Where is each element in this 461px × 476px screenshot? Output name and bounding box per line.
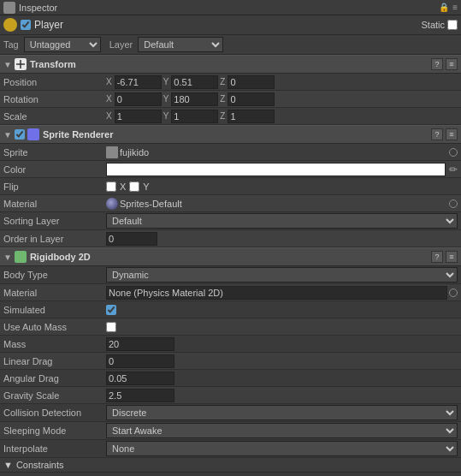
body-type-value-area: Dynamic xyxy=(106,267,458,283)
mass-label: Mass xyxy=(3,339,106,349)
rb-material-input[interactable] xyxy=(106,286,447,300)
flip-checkboxes: X Y xyxy=(106,181,150,192)
scale-x-input[interactable] xyxy=(115,110,162,123)
order-input[interactable] xyxy=(106,232,157,246)
sleeping-dropdown[interactable]: Start Awake xyxy=(106,423,458,438)
simulated-checkbox[interactable] xyxy=(106,305,116,315)
collision-label: Collision Detection xyxy=(3,408,106,418)
lock-icon[interactable]: 🔒 xyxy=(439,3,449,12)
mass-input[interactable] xyxy=(106,337,174,351)
flip-values: X Y xyxy=(106,181,458,192)
auto-mass-checkbox[interactable] xyxy=(106,322,116,332)
static-label: Static xyxy=(421,20,445,30)
scale-y-input[interactable] xyxy=(171,110,218,123)
body-type-dropdown[interactable]: Dynamic xyxy=(106,267,458,283)
rot-z-group: Z xyxy=(220,92,275,106)
angular-drag-input[interactable] xyxy=(106,372,174,385)
gravity-row: Gravity Scale xyxy=(0,387,461,404)
object-name: Player xyxy=(34,19,417,31)
transform-icon xyxy=(15,58,27,70)
static-checkbox[interactable] xyxy=(447,20,458,30)
object-active-checkbox[interactable] xyxy=(21,20,31,30)
rotation-row: Rotation X Y Z xyxy=(0,91,461,108)
material-icon xyxy=(106,198,118,210)
title-bar-left: Inspector xyxy=(3,2,57,14)
constraints-label: Constraints xyxy=(16,460,64,470)
simulated-value-area xyxy=(106,305,458,315)
material-row: Material Sprites-Default xyxy=(0,195,461,212)
position-row: Position X Y Z xyxy=(0,74,461,91)
tag-label: Tag xyxy=(3,39,19,50)
tag-dropdown[interactable]: Untagged xyxy=(24,37,101,52)
sorting-value-area: Default xyxy=(106,213,458,229)
sprite-value: fujikido xyxy=(120,147,149,158)
rigidbody-header: ▼ Rigidbody 2D ? ≡ xyxy=(0,247,461,266)
scale-y-label: Y xyxy=(163,111,169,121)
layer-label: Layer xyxy=(109,39,133,50)
transform-help-btn[interactable]: ? xyxy=(431,58,443,70)
rot-z-input[interactable] xyxy=(228,92,275,106)
pos-z-group: Z xyxy=(220,75,275,89)
color-label: Color xyxy=(3,164,106,175)
transform-arrow[interactable]: ▼ xyxy=(3,60,12,69)
rb-material-picker-btn[interactable] xyxy=(449,289,458,297)
rot-x-input[interactable] xyxy=(115,92,162,106)
sprite-renderer-actions: ? ≡ xyxy=(431,128,458,140)
scale-values: X Y Z xyxy=(106,110,458,123)
sorting-layer-row: Sorting Layer Default xyxy=(0,212,461,230)
sprite-menu-btn[interactable]: ≡ xyxy=(446,128,458,140)
flip-y-checkbox[interactable] xyxy=(129,181,139,192)
rigidbody-actions: ? ≡ xyxy=(431,251,458,263)
material-value: Sprites-Default xyxy=(120,199,182,209)
sorting-layer-dropdown[interactable]: Default xyxy=(106,213,458,229)
flip-x-label: X xyxy=(120,181,126,192)
linear-drag-row: Linear Drag xyxy=(0,353,461,370)
pos-y-input[interactable] xyxy=(171,75,218,89)
constraints-header[interactable]: ▼ Constraints xyxy=(0,458,461,473)
collision-dropdown[interactable]: Discrete xyxy=(106,405,458,420)
material-label: Material xyxy=(3,199,106,209)
sprite-active-checkbox[interactable] xyxy=(15,129,25,140)
color-picker[interactable] xyxy=(106,163,446,176)
sprite-ref: fujikido xyxy=(106,146,447,158)
object-row: Player Static xyxy=(0,15,461,35)
scale-y-group: Y xyxy=(163,110,219,123)
pos-z-input[interactable] xyxy=(228,75,275,89)
title-bar-label: Inspector xyxy=(19,3,57,13)
auto-mass-row: Use Auto Mass xyxy=(0,318,461,336)
rigidbody-arrow[interactable]: ▼ xyxy=(3,253,12,262)
material-value-area: Sprites-Default xyxy=(106,198,458,210)
sprite-help-btn[interactable]: ? xyxy=(431,128,443,140)
gravity-input[interactable] xyxy=(106,389,174,402)
menu-icon[interactable]: ≡ xyxy=(452,3,458,12)
simulated-row: Simulated xyxy=(0,301,461,318)
color-value-area: ✏ xyxy=(106,163,458,176)
sprite-picker-btn[interactable] xyxy=(449,148,458,157)
body-type-row: Body Type Dynamic xyxy=(0,266,461,284)
transform-actions: ? ≡ xyxy=(431,58,458,70)
interpolate-dropdown[interactable]: None xyxy=(106,441,458,456)
pos-z-label: Z xyxy=(220,77,225,86)
pos-x-group: X xyxy=(106,75,162,89)
rot-y-input[interactable] xyxy=(171,92,218,106)
rotation-label: Rotation xyxy=(3,94,106,104)
layer-dropdown[interactable]: Default xyxy=(138,37,223,52)
title-bar: Inspector 🔒 ≡ xyxy=(0,0,461,15)
sprite-arrow[interactable]: ▼ xyxy=(3,130,12,140)
transform-menu-btn[interactable]: ≡ xyxy=(446,58,458,70)
simulated-label: Simulated xyxy=(3,305,106,315)
eyedropper-icon[interactable]: ✏ xyxy=(449,164,458,176)
rot-x-label: X xyxy=(106,94,112,104)
linear-drag-input[interactable] xyxy=(106,354,174,368)
tag-layer-row: Tag Untagged Layer Default xyxy=(0,35,461,55)
material-picker-btn[interactable] xyxy=(449,199,458,208)
collision-row: Collision Detection Discrete xyxy=(0,404,461,422)
scale-z-input[interactable] xyxy=(228,110,275,123)
flip-x-checkbox[interactable] xyxy=(106,181,116,192)
pos-x-input[interactable] xyxy=(115,75,162,89)
rb-help-btn[interactable]: ? xyxy=(431,251,443,263)
linear-drag-value-area xyxy=(106,354,458,368)
rb-menu-btn[interactable]: ≡ xyxy=(446,251,458,263)
transform-section: Position X Y Z Rotation X Y xyxy=(0,74,461,125)
sprite-renderer-section: Sprite fujikido Color ✏ Flip X Y Materia… xyxy=(0,144,461,247)
